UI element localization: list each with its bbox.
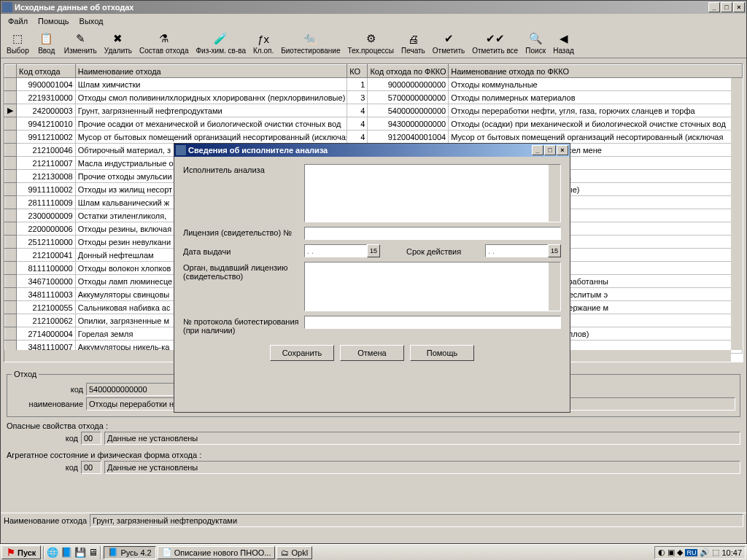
table-row[interactable]: 9900001004Шлам химчистки19000000000000От…	[5, 78, 743, 91]
cell: Отходы коммунальные	[449, 78, 743, 91]
column-header[interactable]: Код отхода	[17, 65, 76, 78]
menu-exit[interactable]: Выход	[75, 15, 108, 27]
hazard-label: Опасные свойства отхода :	[7, 421, 108, 430]
cell: 3467100000	[17, 275, 76, 288]
row-indicator	[5, 91, 17, 104]
expiry-date-input[interactable]: . .	[485, 244, 548, 257]
protocol-label: № протокола биотестирования (при наличии…	[183, 316, 300, 335]
toolbar-Печать[interactable]: 🖨Печать	[398, 30, 428, 56]
tray-icon[interactable]: ◐	[658, 548, 665, 557]
toolbar-icon: ✔✔	[488, 31, 503, 46]
cell: 8111100000	[17, 262, 76, 275]
toolbar-Кл.оп.[interactable]: ƒxКл.оп.	[250, 30, 276, 56]
column-header[interactable]: КО	[347, 65, 368, 78]
toolbar-icon: ⬚	[10, 31, 25, 46]
protocol-input[interactable]	[304, 316, 561, 329]
menu-file[interactable]: Файл	[4, 15, 32, 27]
tray-icon[interactable]: ▣	[667, 548, 675, 557]
row-indicator	[5, 249, 17, 262]
toolbar-Ввод[interactable]: 📋Ввод	[34, 30, 60, 56]
tray-icon[interactable]: 🔊	[700, 548, 710, 557]
tray-lang-icon[interactable]: RU	[685, 549, 697, 556]
expiry-date-label: Срок действия	[406, 246, 461, 256]
cell: 242000003	[17, 104, 76, 117]
toolbar-icon: ◀	[557, 31, 571, 46]
toolbar-Изменить[interactable]: ✎Изменить	[61, 30, 100, 56]
start-button[interactable]: ⚑ Пуск	[1, 545, 41, 559]
expiry-date-picker-button[interactable]: 15	[548, 244, 561, 257]
table-row[interactable]: ▶242000003Грунт, загрязненный нефтепроду…	[5, 104, 743, 117]
toolbar-label: Состав отхода	[139, 47, 188, 55]
taskbar-item[interactable]: 📘Русь 4.2	[104, 546, 155, 559]
quicklaunch-save-icon[interactable]: 💾	[74, 547, 86, 558]
quicklaunch-app-icon[interactable]: 📘	[61, 547, 72, 558]
dialog-titlebar: Сведения об исполнителе анализа _ □ ×	[174, 144, 570, 157]
toolbar-Биотестирование[interactable]: 🐀Биотестирование	[278, 30, 343, 56]
cell: 212110007	[17, 157, 76, 170]
quicklaunch-desktop-icon[interactable]: 🖥	[88, 547, 98, 558]
toolbar-icon: ✔	[441, 31, 456, 46]
table-row[interactable]: 9911210002Мусор от бытовых помещений орг…	[5, 131, 743, 144]
issue-date-picker-button[interactable]: 15	[367, 244, 380, 257]
issuer-textarea[interactable]	[304, 262, 561, 311]
column-header[interactable]: Код отхода по ФККО	[368, 65, 449, 78]
executor-scrollbar[interactable]	[549, 165, 560, 222]
row-indicator	[5, 209, 17, 222]
start-label: Пуск	[18, 548, 36, 557]
cell: Мусор от бытовых помещений организаций н…	[449, 131, 743, 144]
toolbar-Тех.процессы[interactable]: ⚙Тех.процессы	[344, 30, 397, 56]
maximize-button[interactable]: □	[721, 2, 732, 12]
aggregate-code-label: код	[7, 463, 78, 472]
column-header[interactable]: Наименование отхода	[75, 65, 347, 78]
table-row[interactable]: 9941210010Прочие осадки от механической …	[5, 117, 743, 131]
executor-label: Исполнитель анализа	[183, 164, 300, 174]
tray-icon[interactable]: ⬚	[712, 548, 719, 557]
minimize-button[interactable]: _	[708, 2, 720, 12]
license-input[interactable]	[304, 227, 561, 240]
cell: 212130008	[17, 170, 76, 183]
taskbar-item[interactable]: 🗂Opkl	[276, 546, 312, 559]
column-header[interactable]: Наименование отхода по ФККО	[449, 65, 743, 78]
dialog-close-button[interactable]: ×	[557, 145, 568, 155]
cell: 9430000000000	[368, 117, 449, 131]
toolbar-Удалить[interactable]: ✖Удалить	[101, 30, 135, 56]
cell: Мусор от бытовых помещений организаций н…	[75, 131, 347, 144]
dialog-minimize-button[interactable]: _	[532, 145, 543, 155]
row-indicator	[5, 275, 17, 288]
toolbar-Отметить все[interactable]: ✔✔Отметить все	[469, 30, 521, 56]
taskbar-item-icon: 📄	[162, 548, 172, 557]
taskbar-item-label: Описание нового ПНОО...	[174, 548, 271, 557]
dialog-maximize-button[interactable]: □	[544, 145, 556, 155]
issue-date-input[interactable]: . .	[304, 244, 367, 257]
issue-date-label: Дата выдачи	[183, 246, 300, 256]
tray-icon[interactable]: ◆	[677, 548, 683, 557]
taskbar-item[interactable]: 📄Описание нового ПНОО...	[158, 546, 276, 559]
taskbar-separator	[43, 546, 44, 559]
issuer-scrollbar[interactable]	[549, 262, 560, 311]
quicklaunch-ie-icon[interactable]: 🌐	[47, 547, 58, 558]
status-label: Наименование отхода	[4, 516, 87, 525]
toolbar-Состав отхода[interactable]: ⚗Состав отхода	[136, 30, 191, 56]
toolbar-Выбор[interactable]: ⬚Выбор	[4, 30, 32, 56]
toolbar-Отметить[interactable]: ✔Отметить	[430, 30, 468, 56]
toolbar-Поиск[interactable]: 🔍Поиск	[522, 30, 549, 56]
cancel-button[interactable]: Отмена	[340, 345, 404, 361]
toolbar-icon: 🖨	[406, 31, 420, 46]
row-indicator	[5, 183, 17, 196]
menu-help[interactable]: Помощь	[34, 15, 74, 27]
main-title: Исходные данные об отходах	[15, 3, 708, 12]
executor-textarea[interactable]	[304, 164, 561, 222]
system-tray: ◐ ▣ ◆ RU 🔊 ⬚ 10:47	[654, 546, 746, 559]
toolbar-label: Ввод	[38, 47, 55, 55]
toolbar-Назад[interactable]: ◀Назад	[550, 30, 577, 56]
aggregate-code-value: 00	[81, 461, 101, 474]
table-row[interactable]: 2219310000Отходы смол поливинилхлоридных…	[5, 91, 743, 104]
save-button[interactable]: Сохранить	[270, 345, 334, 361]
close-button[interactable]: ×	[733, 2, 745, 12]
cell: Шлам химчистки	[75, 78, 347, 91]
help-button[interactable]: Помощь	[410, 345, 474, 361]
grid-scrollbar-vertical[interactable]	[731, 78, 743, 350]
row-indicator	[5, 117, 17, 131]
cell: 212100055	[17, 301, 76, 314]
toolbar-Физ-хим. св-ва[interactable]: 🧪Физ-хим. св-ва	[193, 30, 249, 56]
